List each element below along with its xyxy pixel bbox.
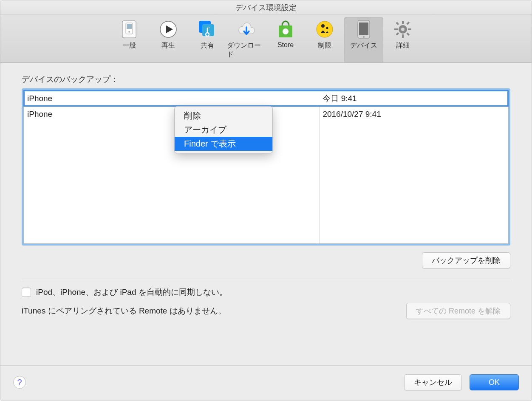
svg-rect-19 [394, 28, 398, 30]
delete-backup-button[interactable]: バックアップを削除 [422, 252, 510, 268]
store-icon [276, 20, 295, 39]
tab-label: 再生 [161, 41, 175, 50]
backup-date: 今日 9:41 [319, 93, 508, 104]
svg-point-15 [363, 36, 365, 38]
svg-rect-18 [402, 34, 404, 38]
backup-name: iPhone [24, 94, 319, 103]
context-menu: 削除 アーカイブ Finder で表示 [174, 106, 273, 153]
menu-show-in-finder[interactable]: Finder で表示 [175, 137, 272, 151]
sharing-icon [198, 20, 217, 39]
menu-delete[interactable]: 削除 [175, 109, 272, 123]
tab-devices[interactable]: デバイス [344, 17, 383, 62]
svg-point-25 [401, 28, 405, 31]
preferences-window: デバイス環境設定 一般 再生 [0, 0, 532, 401]
tab-label: 一般 [122, 41, 136, 50]
tab-general[interactable]: 一般 [110, 17, 149, 62]
svg-point-10 [317, 21, 333, 37]
help-icon: ? [17, 378, 22, 387]
device-icon [354, 20, 373, 39]
window-title-text: デバイス環境設定 [235, 3, 297, 13]
window-title: デバイス環境設定 [0, 0, 532, 15]
backups-label: デバイスのバックアップ： [22, 74, 510, 85]
svg-rect-17 [402, 21, 404, 24]
tab-playback[interactable]: 再生 [149, 17, 188, 62]
divider [22, 279, 510, 279]
tab-sharing[interactable]: 共有 [188, 17, 227, 62]
tab-store[interactable]: Store [266, 17, 305, 62]
autosync-option[interactable]: iPod、iPhone、および iPad を自動的に同期しない。 [22, 287, 510, 298]
tab-label: ダウンロード [227, 41, 266, 59]
ok-button[interactable]: OK [470, 374, 519, 390]
svg-point-3 [128, 31, 130, 33]
backup-date: 2016/10/27 9:41 [319, 110, 508, 119]
download-icon [237, 20, 256, 39]
tab-advanced[interactable]: 詳細 [383, 17, 422, 62]
svg-rect-22 [406, 32, 410, 36]
tab-label: Store [277, 41, 294, 49]
svg-point-11 [321, 24, 325, 28]
svg-rect-21 [396, 22, 399, 25]
svg-rect-23 [406, 22, 410, 25]
tab-restrictions[interactable]: 制限 [305, 17, 344, 62]
general-icon [120, 20, 139, 39]
svg-rect-2 [127, 24, 132, 29]
preferences-toolbar: 一般 再生 共有 [0, 15, 532, 63]
backup-name: iPhone [24, 110, 319, 119]
gear-icon [393, 20, 412, 39]
svg-rect-24 [396, 32, 399, 36]
menu-archive[interactable]: アーカイブ [175, 123, 272, 137]
svg-rect-20 [408, 28, 411, 30]
backup-row[interactable]: iPhone 今日 9:41 [24, 90, 508, 106]
remotes-status: iTunes にペアリングされている Remote はありません。 [22, 305, 226, 316]
tab-label: 詳細 [396, 41, 410, 50]
tab-label: デバイス [350, 41, 377, 50]
svg-point-12 [326, 27, 328, 29]
svg-point-9 [283, 28, 289, 34]
footer: ? キャンセル OK [0, 365, 532, 401]
tab-label: 共有 [201, 41, 214, 50]
tab-label: 制限 [318, 41, 331, 50]
play-icon [159, 20, 178, 39]
column-divider [319, 90, 320, 243]
parental-icon [315, 20, 334, 39]
svg-rect-14 [359, 23, 368, 35]
cancel-button[interactable]: キャンセル [404, 374, 462, 390]
forget-remotes-button: すべての Remote を解除 [406, 303, 510, 319]
svg-rect-7 [202, 24, 214, 36]
tab-downloads[interactable]: ダウンロード [227, 17, 266, 62]
autosync-label: iPod、iPhone、および iPad を自動的に同期しない。 [36, 287, 227, 298]
help-button[interactable]: ? [13, 376, 26, 389]
checkbox-icon[interactable] [22, 288, 31, 297]
